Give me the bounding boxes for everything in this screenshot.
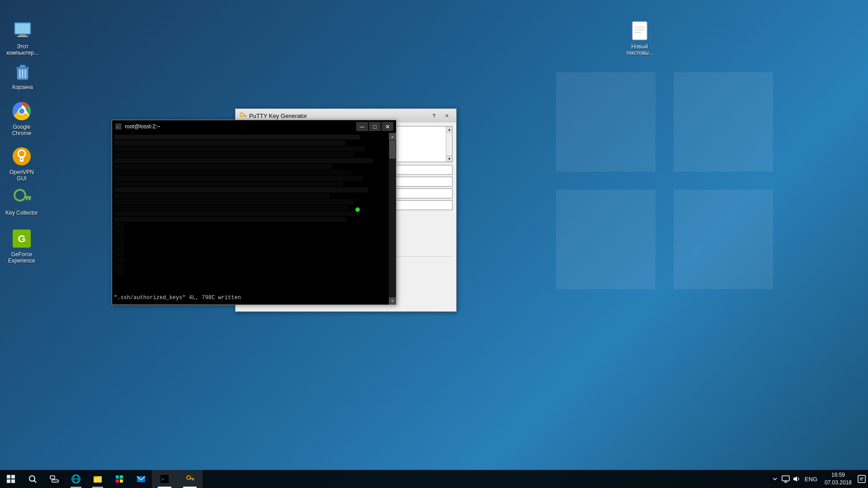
putty-terminal-window: > root@losst-2:~ ─ □ ✕ xyxy=(112,120,396,305)
puttykg-title-icon xyxy=(239,112,246,119)
chrome-label: GoogleChrome xyxy=(12,124,32,136)
language-text: ENG xyxy=(805,476,817,483)
desktop-icon-google-chrome[interactable]: GoogleChrome xyxy=(4,99,40,138)
putty-window-controls: ─ □ ✕ xyxy=(356,122,393,131)
puttykg-window-controls: ? ✕ xyxy=(428,111,453,120)
new-text-icon xyxy=(629,20,651,42)
svg-point-21 xyxy=(14,190,25,201)
key-collector-icon xyxy=(11,186,33,208)
svg-rect-22 xyxy=(24,196,31,198)
svg-point-20 xyxy=(21,158,23,160)
desktop-icon-my-computer[interactable]: Этоткомпьютер... xyxy=(5,18,41,58)
svg-rect-37 xyxy=(7,475,10,479)
svg-rect-60 xyxy=(193,479,194,481)
language-indicator[interactable]: ENG xyxy=(803,474,819,483)
tray-overflow-button[interactable] xyxy=(770,474,779,483)
my-computer-label: Этоткомпьютер... xyxy=(7,43,39,56)
svg-rect-61 xyxy=(782,476,789,481)
svg-text:G: G xyxy=(18,233,25,244)
svg-text:>: > xyxy=(116,125,119,129)
key-scroll-down[interactable]: ▼ xyxy=(446,155,453,162)
puttykg-title-text: PuTTY Key Generator xyxy=(249,113,428,119)
svg-rect-7 xyxy=(17,36,28,37)
svg-point-58 xyxy=(187,476,190,479)
putty-status-line: ".ssh/authorized_keys" 4L, 798C written xyxy=(114,295,241,301)
openvpn-label: OpenVPNGUI xyxy=(9,169,34,182)
recycle-bin-icon xyxy=(12,61,33,82)
putty-cursor-dot xyxy=(355,207,360,212)
puttykg-close-button[interactable]: ✕ xyxy=(441,111,453,120)
start-button[interactable] xyxy=(0,470,22,488)
svg-rect-59 xyxy=(190,478,194,479)
svg-rect-52 xyxy=(120,475,123,479)
svg-text:>: > xyxy=(161,477,164,482)
notification-center-button[interactable] xyxy=(857,474,866,483)
key-collector-label: Key Collector xyxy=(5,210,38,216)
putty-restore-button[interactable]: □ xyxy=(369,122,381,131)
taskbar: > xyxy=(0,470,868,488)
svg-rect-27 xyxy=(632,22,647,40)
svg-rect-50 xyxy=(94,478,101,482)
svg-rect-0 xyxy=(556,72,656,172)
putty-close-button[interactable]: ✕ xyxy=(382,122,393,131)
svg-rect-23 xyxy=(28,198,31,200)
svg-rect-51 xyxy=(116,475,119,479)
svg-rect-40 xyxy=(11,479,15,483)
svg-rect-54 xyxy=(120,479,123,483)
desktop-icon-recycle-bin[interactable]: Корзина xyxy=(5,59,41,92)
key-display-scrollbar[interactable]: ▲ ▼ xyxy=(446,127,452,162)
putty-scroll-up-button[interactable]: ▲ xyxy=(389,133,396,140)
system-tray: ENG 16:59 07.03.2018 xyxy=(769,471,868,487)
svg-rect-10 xyxy=(20,65,25,67)
svg-rect-39 xyxy=(7,479,10,483)
svg-rect-2 xyxy=(556,190,656,289)
recycle-bin-label: Корзина xyxy=(12,84,33,90)
svg-rect-36 xyxy=(245,117,246,117)
desktop-icon-new-text[interactable]: Новыйтекстовы... xyxy=(622,18,658,58)
desktop-icon-key-collector[interactable]: Key Collector xyxy=(4,184,40,218)
putty-scroll-track xyxy=(389,140,396,297)
new-text-label: Новыйтекстовы... xyxy=(626,43,653,56)
svg-rect-3 xyxy=(674,190,773,289)
svg-rect-53 xyxy=(116,479,119,483)
svg-point-34 xyxy=(240,113,244,117)
store-button[interactable] xyxy=(108,470,130,488)
svg-rect-24 xyxy=(26,198,28,200)
putty-scroll-down-button[interactable]: ▼ xyxy=(389,297,396,305)
display-icon[interactable] xyxy=(781,474,790,483)
svg-rect-1 xyxy=(674,72,773,172)
task-view-button[interactable] xyxy=(43,470,65,488)
svg-rect-35 xyxy=(243,115,246,117)
svg-rect-65 xyxy=(858,475,865,483)
svg-marker-64 xyxy=(793,476,797,482)
desktop-icon-geforce[interactable]: G GeForceExperience xyxy=(4,226,40,266)
geforce-icon: G xyxy=(11,228,33,249)
svg-rect-43 xyxy=(50,476,55,479)
putty-terminal-area[interactable]: ".ssh/authorized_keys" 4L, 798C written … xyxy=(112,133,396,305)
puttykg-help-button[interactable]: ? xyxy=(428,111,440,120)
key-scroll-track xyxy=(446,133,452,155)
search-button[interactable] xyxy=(22,470,43,488)
key-scroll-up[interactable]: ▲ xyxy=(446,127,453,133)
putty-titlebar[interactable]: > root@losst-2:~ ─ □ ✕ xyxy=(112,120,396,133)
svg-point-16 xyxy=(19,108,24,114)
putty-taskbar-item[interactable]: > xyxy=(152,470,177,488)
putty-minimize-button[interactable]: ─ xyxy=(356,122,368,131)
svg-line-42 xyxy=(34,481,37,483)
file-explorer-button[interactable] xyxy=(87,470,108,488)
ie-button[interactable] xyxy=(65,470,87,488)
geforce-label: GeForceExperience xyxy=(8,251,35,264)
taskbar-clock[interactable]: 16:59 07.03.2018 xyxy=(821,471,855,487)
putty-scroll-thumb[interactable] xyxy=(389,141,396,159)
putty-scrollbar[interactable]: ▲ ▼ xyxy=(389,133,396,305)
putty-title-icon: > xyxy=(115,123,122,130)
puttykg-taskbar-item[interactable] xyxy=(177,470,203,488)
putty-title-text: root@losst-2:~ xyxy=(125,123,356,130)
mail-button[interactable] xyxy=(130,470,152,488)
desktop-icon-openvpn[interactable]: OpenVPNGUI xyxy=(4,144,40,183)
putty-output-area xyxy=(112,133,389,291)
svg-rect-38 xyxy=(11,475,15,479)
svg-rect-5 xyxy=(15,23,30,33)
volume-icon[interactable] xyxy=(792,474,801,483)
openvpn-icon xyxy=(11,145,33,167)
